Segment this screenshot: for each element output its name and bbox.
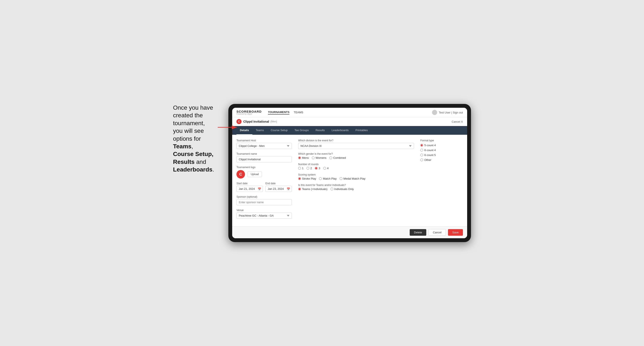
format-6count5-radio[interactable] <box>420 154 423 157</box>
start-date-wrap: 📅 <box>236 186 263 192</box>
scoring-match-radio[interactable] <box>319 177 322 180</box>
tournament-title: Clippd Invitational <box>243 120 269 123</box>
tournament-icon-letter: C <box>238 120 240 123</box>
tournament-header: C Clippd Invitational (Men) Cancel X <box>232 117 467 126</box>
name-label: Tournament name <box>236 152 292 155</box>
nav-right: Test User | Sign out <box>432 110 463 115</box>
gender-radio-group: Mens Womens Combined <box>298 156 414 160</box>
right-column: Which division is the event for? NCAA Di… <box>298 139 414 222</box>
tablet-screen: SCOREBOARD Powered by clippd TOURNAMENTS… <box>232 108 467 238</box>
logo-upload-row: C Upload <box>236 170 292 178</box>
tabs-bar: Details Teams Course Setup Tee Groups Re… <box>232 126 467 135</box>
rounds-1[interactable]: 1 <box>298 167 304 170</box>
host-label: Tournament Host <box>236 139 292 142</box>
format-6count4[interactable]: 6 count 4 <box>420 149 463 152</box>
teams-plus[interactable]: Teams (+Individuals) <box>298 187 328 191</box>
rounds-4-radio[interactable] <box>323 167 326 170</box>
venue-group: Venue Peachtree GC - Atlanta - GA <box>236 209 292 219</box>
gender-label: Which gender is the event for? <box>298 152 414 155</box>
scoring-stroke-label: Stroke Play <box>302 177 316 180</box>
rounds-2[interactable]: 2 <box>306 167 312 170</box>
tab-results[interactable]: Results <box>312 126 328 135</box>
tournament-icon: C <box>236 119 242 124</box>
logo-group: Tournament logo C Upload <box>236 166 292 178</box>
format-6count4-radio[interactable] <box>420 149 423 152</box>
save-button[interactable]: Save <box>448 229 463 236</box>
scoring-medal-radio[interactable] <box>340 177 342 180</box>
tab-printables[interactable]: Printables <box>352 126 371 135</box>
left-column: Tournament Host Clippd College - Men Tou… <box>236 139 292 222</box>
format-other-radio[interactable] <box>420 159 423 161</box>
cancel-button[interactable]: Cancel <box>428 229 446 236</box>
tab-details[interactable]: Details <box>236 126 252 135</box>
teams-plus-label: Teams (+Individuals) <box>302 187 328 191</box>
gender-combined[interactable]: Combined <box>330 156 346 160</box>
end-date-group: End date 📅 <box>266 182 292 192</box>
cancel-top-button[interactable]: Cancel X <box>452 120 463 123</box>
logo-sub: Powered by clippd <box>236 113 262 115</box>
scoring-stroke-radio[interactable] <box>298 177 301 180</box>
scoring-medal[interactable]: Medal Match Play <box>340 177 366 180</box>
format-6count4-label: 6 count 4 <box>424 149 436 152</box>
logo-area: SCOREBOARD Powered by clippd <box>236 110 262 115</box>
scoring-stroke[interactable]: Stroke Play <box>298 177 316 180</box>
nav-links: TOURNAMENTS TEAMS <box>268 111 303 115</box>
tab-leaderboards[interactable]: Leaderboards <box>328 126 352 135</box>
sidebar-bold2: Course Setup, <box>173 151 214 157</box>
tab-course-setup[interactable]: Course Setup <box>267 126 291 135</box>
rounds-radio-group: 1 2 3 4 <box>298 167 414 170</box>
logo-circle: C <box>236 170 245 178</box>
nav-tournaments[interactable]: TOURNAMENTS <box>268 111 290 115</box>
nav-teams[interactable]: TEAMS <box>294 111 303 114</box>
gender-mens-radio[interactable] <box>298 157 301 159</box>
venue-select[interactable]: Peachtree GC - Atlanta - GA <box>236 212 292 219</box>
rounds-1-radio[interactable] <box>298 167 301 170</box>
sidebar-line2: created the <box>173 112 203 119</box>
logo-letter: C <box>240 172 242 176</box>
upload-button[interactable]: Upload <box>248 172 262 177</box>
gender-combined-radio[interactable] <box>330 157 332 159</box>
gender-womens[interactable]: Womens <box>312 156 326 160</box>
tab-tee-groups[interactable]: Tee Groups <box>291 126 312 135</box>
rounds-3-radio[interactable] <box>315 167 318 170</box>
scoring-label: Scoring system <box>298 173 414 176</box>
sponsor-input[interactable] <box>236 199 292 205</box>
rounds-3[interactable]: 3 <box>315 167 320 170</box>
user-signout[interactable]: Test User | Sign out <box>439 111 463 114</box>
individuals-only-label: Individuals Only <box>334 187 354 191</box>
format-other[interactable]: Other <box>420 158 463 162</box>
scoring-group: Scoring system Stroke Play Match Play <box>298 173 414 180</box>
format-5count4[interactable]: 5 count 4 <box>420 144 463 147</box>
gender-mens[interactable]: Mens <box>298 156 309 160</box>
start-date-label: Start date <box>236 182 263 185</box>
individuals-only[interactable]: Individuals Only <box>330 187 354 191</box>
individuals-only-radio[interactable] <box>330 188 333 190</box>
avatar <box>432 110 437 115</box>
rounds-4[interactable]: 4 <box>323 167 328 170</box>
name-input[interactable] <box>236 156 292 162</box>
scoring-match-label: Match Play <box>323 177 336 180</box>
host-select[interactable]: Clippd College - Men <box>236 143 292 149</box>
delete-button[interactable]: Delete <box>410 229 426 236</box>
sidebar-line1: Once you have <box>173 104 213 111</box>
rounds-2-radio[interactable] <box>306 167 309 170</box>
division-select[interactable]: NCAA Division III <box>298 143 414 149</box>
name-group: Tournament name <box>236 152 292 162</box>
tab-teams[interactable]: Teams <box>252 126 267 135</box>
teams-individuals-radio-group: Teams (+Individuals) Individuals Only <box>298 187 414 191</box>
start-date-input[interactable] <box>236 186 263 192</box>
page-wrapper: Once you have created the tournament, yo… <box>173 104 471 242</box>
gender-womens-radio[interactable] <box>312 157 314 159</box>
teams-plus-radio[interactable] <box>298 188 301 190</box>
end-date-label: End date <box>266 182 292 185</box>
end-date-input[interactable] <box>266 186 292 192</box>
sidebar-line5: options for <box>173 135 201 142</box>
sidebar-bold4: Leaderboards <box>173 166 212 173</box>
format-6count5[interactable]: 6 count 5 <box>420 154 463 157</box>
sidebar-line3: tournament, <box>173 120 205 127</box>
gender-mens-label: Mens <box>302 156 309 160</box>
scoring-match[interactable]: Match Play <box>319 177 336 180</box>
sponsor-label: Sponsor (optional) <box>236 195 292 198</box>
format-5count4-radio[interactable] <box>420 144 423 147</box>
rounds-4-label: 4 <box>327 167 328 170</box>
